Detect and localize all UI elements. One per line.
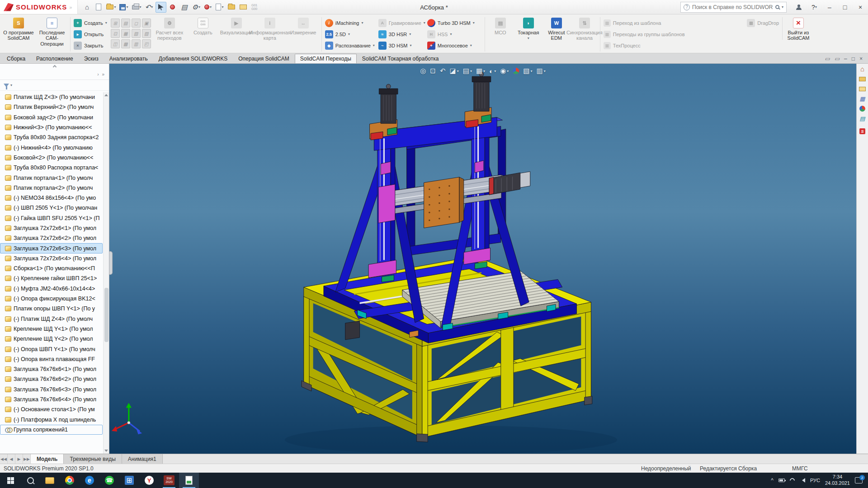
view-orientation-icon[interactable]: ▦▾ (476, 67, 485, 75)
cam-new-button[interactable]: Создать ▾ (72, 18, 109, 28)
info-card-button[interactable]: Информационная карта (253, 16, 287, 41)
cam-tool-icon[interactable]: ▧ (132, 29, 141, 38)
search-dropdown-icon[interactable]: ▾ (782, 5, 783, 9)
tree-item[interactable]: Боковой зад<2> (По умолчани (0, 113, 103, 122)
minimize-icon[interactable]: – (822, 0, 837, 14)
taskbar-edge-icon[interactable]: e (80, 473, 99, 488)
about-solidcam-button[interactable]: О программе SolidCAM (2, 16, 35, 41)
cam-tool-icon[interactable]: ▩ (121, 39, 130, 48)
tree-item[interactable]: Заглушка 76x76x6<4> (По умол (0, 394, 103, 404)
rebuild-icon[interactable] (167, 2, 178, 13)
view-palette-icon[interactable]: ▦ (859, 95, 866, 102)
new-window-icon[interactable]: ▭ (825, 56, 830, 62)
3d-hsr-button[interactable]: 3D HSR ▾ (377, 29, 425, 39)
apply-scene-icon[interactable]: ▧▾ (523, 67, 532, 75)
hide-show-items-icon[interactable]: ◉▾ (500, 67, 509, 75)
notifications-icon[interactable]: 2 (855, 477, 863, 483)
taskbar-explorer-icon[interactable] (40, 473, 60, 488)
annotation-views-icon[interactable]: ▤▾ (463, 67, 472, 75)
tab-scroll-first-icon[interactable]: ◀◀ (0, 454, 8, 464)
turning-button[interactable]: Токарная ▾ (514, 16, 542, 41)
open-folder-icon[interactable] (238, 2, 249, 13)
tab-solidcam-operations[interactable]: SolidCAM Переходы (295, 54, 357, 63)
recognition-button[interactable]: Распознавание ▾ (323, 41, 377, 50)
search-icon[interactable] (775, 5, 779, 9)
tree-item[interactable]: Боковой<2> (По умолчанию<< (0, 153, 103, 163)
taskbar-search-button[interactable] (21, 473, 40, 488)
tree-item[interactable]: Платик ШД Z<3> (По умолчани (0, 92, 103, 102)
save-icon[interactable]: ▾ (118, 2, 129, 13)
cam-tool-icon[interactable]: ▨ (142, 29, 151, 38)
design-library-icon[interactable] (859, 75, 866, 82)
model-3d[interactable] (109, 64, 856, 454)
tree-item[interactable]: (-) NEMO34 86x156<4> (По умо (0, 193, 103, 203)
rebuild-all-icon[interactable]: ▾ (203, 2, 213, 13)
cam-tool-icon[interactable]: ▤ (121, 19, 130, 28)
taskbar-yandex-icon[interactable]: Y (139, 473, 159, 488)
tree-item[interactable]: Труба 80x80 Задняя распорка<2 (0, 132, 103, 142)
tree-item[interactable]: Заглушка 72x72x6<2> (По умол (0, 233, 103, 243)
cam-tool-icon[interactable]: ◰ (142, 39, 151, 48)
close-doc-icon[interactable]: × (859, 56, 863, 62)
techprocess-button[interactable]: ТехПроцесс (602, 41, 687, 50)
turbo-3d-hsm-button[interactable]: Turbo 3D HSM ▾ (425, 18, 483, 28)
dragdrop-button[interactable]: DragDrop (745, 18, 781, 28)
zoom-fit-icon[interactable]: ◎ (420, 67, 426, 75)
taskbar-apps-grid-icon[interactable]: ⊞ (119, 473, 139, 488)
display-pane-icon[interactable]: ▤ (179, 2, 190, 13)
tab-solidcam-operation[interactable]: Операция SolidCAM (233, 54, 295, 63)
tab-scroll-last-icon[interactable]: ▶▶ (23, 454, 31, 464)
tree-item[interactable]: (-) Опора винта плавающая FF (0, 354, 103, 364)
measure-button[interactable]: Измерение (287, 16, 320, 35)
tab-assembly[interactable]: Сборка (1, 54, 31, 63)
tree-item[interactable]: Заглушка 76x76x6<3> (По умол (0, 385, 103, 394)
simulation-button[interactable]: Визуализация (220, 16, 253, 35)
section-view-icon[interactable]: ◪▾ (450, 67, 459, 75)
file-explorer-icon[interactable] (859, 85, 866, 92)
cam-close-button[interactable]: Закрыть (72, 41, 109, 50)
tab-layout[interactable]: Расположение (31, 54, 79, 63)
search-input[interactable] (692, 4, 773, 10)
display-style-icon[interactable]: ◐▾ (489, 67, 496, 75)
restore-doc-icon[interactable]: □ (852, 56, 855, 62)
filter-icon[interactable] (4, 84, 9, 87)
print-icon[interactable]: ▾ (131, 2, 143, 13)
maximize-icon[interactable]: □ (837, 0, 853, 14)
help-icon[interactable]: ?▾ (807, 0, 822, 14)
panel-collapse-button[interactable] (0, 64, 109, 69)
featuremanager-tab-icon[interactable] (4, 70, 11, 78)
25d-button[interactable]: 2.5D ▾ (323, 29, 377, 39)
propertymanager-tab-icon[interactable] (14, 70, 22, 78)
user-icon[interactable] (791, 0, 807, 14)
cascade-icon[interactable]: ▭ (835, 56, 840, 62)
graphics-area[interactable]: ◎⊡↶◪▾▤▾▦▾◐▾◉▾▧▾▥▾ (109, 64, 856, 454)
tree-item[interactable]: Заглушка 76x76x6<2> (По умол (0, 374, 103, 384)
tree-item[interactable]: Труба 80x80 Распорка портала< (0, 163, 103, 173)
operations-from-template-group-button[interactable]: Переходы из группы шаблонов (602, 29, 687, 39)
tree-scrollbar[interactable] (103, 92, 109, 454)
displaymanager-tab-icon[interactable] (36, 70, 43, 78)
help-search[interactable]: ? ▾ (680, 2, 787, 13)
home-icon[interactable]: ⌂ (81, 2, 92, 13)
units-indicator[interactable]: ММГС (792, 464, 808, 473)
manager-tab-arrows[interactable]: › » (97, 72, 105, 77)
volume-icon[interactable] (800, 478, 805, 483)
imachining-button[interactable]: iMachining ▾ (323, 18, 377, 28)
mco-button[interactable]: MCO (486, 16, 514, 35)
tab-sketch[interactable]: Эскиз (79, 54, 104, 63)
tree-item[interactable]: Платик Верхний<2> (По умолч (0, 102, 103, 112)
generate-gcode-button[interactable]: Создать (186, 16, 220, 35)
hss-button[interactable]: HSS ▾ (425, 29, 483, 39)
options-icon[interactable]: ⚙▾ (191, 2, 202, 13)
cam-tool-icon[interactable]: ▥ (132, 39, 141, 48)
tree-item[interactable]: Сборка<1> (По умолчанию<<П (0, 263, 103, 273)
tree-item[interactable]: Платик портала<2> (По умолч (0, 183, 103, 193)
scroll-up-icon[interactable] (104, 94, 108, 96)
appearances-icon[interactable] (859, 105, 866, 112)
exit-solidcam-button[interactable]: Выйти из SolidCAM (784, 16, 813, 41)
tree-item[interactable]: (-) Опора фиксирующая BK12< (0, 294, 103, 304)
scroll-thumb[interactable] (104, 288, 108, 342)
tree-item[interactable]: Заглушка 72x72x6<3> (По умол (0, 243, 103, 253)
tree-item[interactable]: (-) ШВП 2505 Y<1> (По умолчан (0, 203, 103, 213)
tree-item[interactable]: Группа сопряжений1 (0, 425, 103, 435)
